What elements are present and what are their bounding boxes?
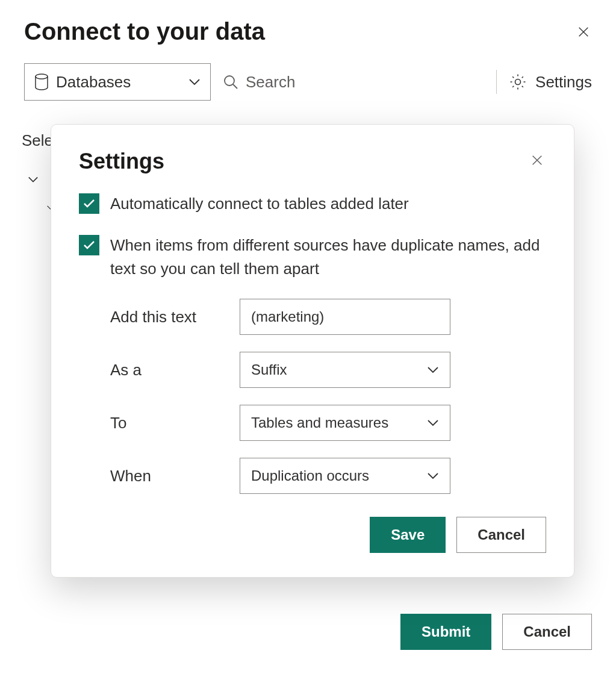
submit-button[interactable]: Submit [400,614,491,650]
connect-data-panel: Connect to your data Databases [0,0,616,674]
add-text-row: Add this text [110,299,546,335]
duplicate-names-checkbox[interactable] [79,235,99,255]
database-icon [34,73,49,90]
duplicate-form-section: Add this text As a Suffix To Tables and … [79,299,546,494]
to-value: Tables and measures [251,414,388,431]
check-icon [83,199,95,208]
add-text-label: Add this text [110,308,240,326]
modal-cancel-label: Cancel [478,526,525,543]
check-icon [83,240,95,250]
modal-footer: Save Cancel [79,517,546,553]
search-icon [223,74,238,90]
duplicate-names-row: When items from different sources have d… [79,234,546,281]
when-row: When Duplication occurs [110,458,546,494]
modal-cancel-button[interactable]: Cancel [456,517,546,553]
save-label: Save [391,526,425,543]
auto-connect-checkbox[interactable] [79,193,99,214]
when-label: When [110,467,240,485]
page-title: Connect to your data [24,18,265,45]
cancel-button[interactable]: Cancel [502,614,592,650]
svg-point-5 [515,80,521,85]
settings-label: Settings [535,73,592,92]
submit-label: Submit [422,623,470,640]
cancel-label: Cancel [523,623,571,640]
search-placeholder: Search [246,73,295,92]
to-label: To [110,414,240,432]
close-icon [530,154,544,167]
toolbar-row: Databases Search Settings [24,63,592,101]
svg-point-3 [225,76,234,86]
chevron-down-icon [427,472,439,479]
settings-button[interactable]: Settings [509,73,592,92]
gear-icon [509,73,527,91]
chevron-down-icon [427,419,439,426]
close-button[interactable] [575,23,592,40]
when-select[interactable]: Duplication occurs [240,458,450,494]
duplicate-names-label: When items from different sources have d… [110,234,546,281]
chevron-down-icon[interactable] [28,176,39,183]
dropdown-content: Databases [34,73,131,92]
modal-title: Settings [79,149,164,174]
chevron-down-icon [427,366,439,373]
modal-close-button[interactable] [530,154,546,169]
as-a-label: As a [110,361,240,379]
auto-connect-label: Automatically connect to tables added la… [110,192,409,216]
auto-connect-row: Automatically connect to tables added la… [79,192,546,216]
select-label-partial: Sele [22,131,53,150]
svg-line-4 [233,84,237,89]
to-select[interactable]: Tables and measures [240,405,450,441]
as-a-row: As a Suffix [110,352,546,388]
search-area[interactable]: Search [223,73,484,92]
save-button[interactable]: Save [370,517,446,553]
header-row: Connect to your data [24,18,592,45]
when-value: Duplication occurs [251,467,369,484]
chevron-down-icon [188,78,201,86]
as-a-value: Suffix [251,361,287,378]
svg-point-2 [36,74,48,79]
modal-header: Settings [79,149,546,174]
settings-modal: Settings Automatically connect to tables… [51,124,574,578]
as-a-select[interactable]: Suffix [240,352,450,388]
dropdown-value: Databases [56,73,131,92]
add-text-input[interactable] [240,299,450,335]
to-row: To Tables and measures [110,405,546,441]
source-type-dropdown[interactable]: Databases [24,63,211,101]
vertical-divider [496,70,497,94]
footer-row: Submit Cancel [400,614,592,650]
close-icon [577,25,590,39]
